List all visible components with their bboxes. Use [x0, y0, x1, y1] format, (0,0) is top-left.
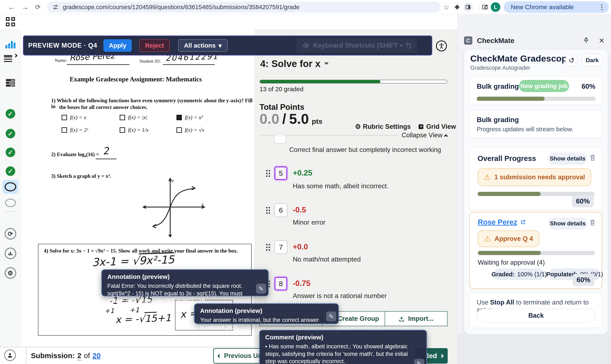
grading-progress-bar	[260, 80, 447, 83]
pencil-icon: ✎	[258, 285, 264, 292]
person-icon	[7, 352, 13, 358]
approve-warning-button[interactable]: ⚠ Approve Q 4	[478, 230, 539, 247]
drag-handle-icon[interactable]	[266, 243, 271, 251]
question-5-selected-item[interactable]	[2, 180, 18, 194]
submission-label: Submission:	[31, 351, 75, 360]
grid-view-button[interactable]: Grid View	[418, 123, 456, 130]
dark-mode-toggle[interactable]: Dark	[581, 54, 603, 67]
show-details-button[interactable]: Show details	[548, 218, 588, 230]
all-actions-dropdown[interactable]: All actions▾	[178, 39, 228, 52]
checkbox-icon[interactable]	[176, 127, 182, 133]
refresh-icon[interactable]: ⟳	[35, 3, 41, 11]
pin-icon[interactable]	[583, 37, 590, 44]
bar-chart-icon	[8, 250, 13, 256]
checkbox-checked-icon[interactable]	[176, 115, 182, 120]
address-bar[interactable]: gradescope.com/courses/1204599/questions…	[47, 2, 440, 13]
rubric-description: Answer is not a rational number	[293, 292, 387, 300]
annotation-preview-1[interactable]: Annotation (preview) Fatal Error: You in…	[101, 269, 269, 296]
keyboard-shortcuts-button[interactable]: Keyboard Shortcuts (SHIFT + ?)	[296, 38, 417, 53]
question-4-complete-icon[interactable]: ✓	[6, 166, 15, 176]
chrome-update-button[interactable]: New Chrome available ⋮	[504, 1, 609, 13]
forward-icon[interactable]: →	[21, 3, 29, 11]
checkmate-logo-icon: C	[464, 36, 472, 45]
browser-menu-icon[interactable]: ⋮	[598, 3, 605, 11]
search-tabs-icon[interactable]	[481, 4, 488, 11]
side-panel-icon	[465, 4, 471, 10]
work-carry-left: +1	[104, 307, 114, 315]
rubric-key-5[interactable]: 5	[274, 166, 287, 180]
annotation-title: Annotation (preview)	[107, 273, 253, 280]
grid-view-icon	[418, 124, 424, 130]
rubric-points: -0.75	[293, 279, 310, 288]
drag-handle-icon[interactable]	[266, 207, 271, 214]
drag-handle-icon[interactable]	[266, 169, 271, 177]
reset-button[interactable]: ↺	[565, 54, 578, 67]
browser-toolbar: ← → ⟳ gradescope.com/courses/1204599/que…	[0, 0, 611, 14]
outline-list-icon[interactable]	[5, 77, 16, 88]
name-label: Name:	[55, 58, 67, 63]
rubric-points: +0.25	[293, 169, 312, 177]
bookmark-star-icon[interactable]: ☆	[443, 3, 449, 11]
annotation-body: Fatal Error: You incorrectly distributed…	[107, 282, 253, 305]
q1-option-2: f(x) = |x|	[120, 114, 147, 121]
student-link[interactable]: Rose Perez	[478, 218, 526, 226]
new-grading-job-button[interactable]: New grading job	[519, 80, 569, 92]
gear-icon: ⚙	[8, 270, 13, 277]
side-panel-button[interactable]	[464, 3, 472, 11]
overall-progress-card: Overall Progress Show details ⚠ 1 submis…	[469, 147, 602, 210]
rubric-key-6[interactable]: 6	[274, 203, 287, 217]
panel-bottom-area	[458, 334, 611, 364]
settings-button[interactable]: ⚙	[5, 267, 16, 279]
edit-annotation-button[interactable]: ✎	[326, 312, 336, 321]
collapse-view-button[interactable]: Collapse View	[401, 131, 447, 139]
q1-option-1: f(x) = x	[62, 114, 86, 121]
reject-button[interactable]: Reject	[139, 39, 170, 52]
chrome-update-label: New Chrome available	[511, 3, 574, 11]
preview-mode-label: PREVIEW MODE · Q4	[28, 42, 97, 49]
back-icon[interactable]: ←	[8, 3, 15, 11]
rubric-settings-button[interactable]: ⚙Rubric Settings	[355, 123, 411, 130]
apps-grid-icon[interactable]	[6, 17, 15, 27]
question-selector[interactable]: 4: Solve for x	[260, 58, 328, 69]
rubric-key-7[interactable]: 7	[274, 240, 287, 254]
student-avatar-button[interactable]	[4, 349, 16, 361]
comment-preview[interactable]: Comment (preview) • Has some math, albei…	[259, 330, 427, 364]
preview-mode-toolbar: PREVIEW MODE · Q4 Apply Reject All actio…	[23, 36, 432, 55]
submission-total-link[interactable]: 20	[93, 351, 101, 360]
expand-menu-button[interactable]	[4, 54, 17, 57]
student-progress-bar	[478, 251, 595, 255]
chevron-up-icon	[444, 134, 448, 138]
show-details-button[interactable]: Show details	[548, 153, 587, 165]
edit-comment-button[interactable]: ✎	[414, 359, 424, 364]
trash-icon[interactable]	[589, 154, 596, 162]
annotation-preview-2[interactable]: Annotation (preview) Your answer is irra…	[194, 303, 339, 324]
back-button[interactable]: Back	[477, 309, 595, 323]
checkbox-icon[interactable]	[62, 115, 67, 120]
gradescope-logo-icon[interactable]	[5, 39, 16, 49]
checkbox-icon[interactable]	[120, 127, 125, 133]
import-button[interactable]: Import...	[385, 311, 448, 326]
extensions-puzzle-icon[interactable]	[454, 4, 460, 10]
apply-button[interactable]: Apply	[103, 39, 132, 52]
accessibility-button[interactable]	[436, 40, 447, 51]
approval-status-text: Waiting for approval (4)	[478, 259, 545, 266]
checkbox-icon[interactable]	[120, 115, 125, 120]
regrade-button[interactable]: ⟳	[5, 228, 16, 240]
checkbox-icon[interactable]	[62, 127, 67, 133]
previous-ungraded-button[interactable]: Previous Un	[213, 348, 266, 364]
rubric-key-8[interactable]: 8	[274, 277, 287, 290]
question-3-complete-icon[interactable]: ✓	[6, 148, 15, 157]
accessibility-person-icon	[438, 42, 445, 50]
question-1-complete-icon[interactable]: ✓	[6, 109, 15, 118]
svg-text:x: x	[201, 202, 204, 207]
q1-option-4: f(x) = 2ˣ	[62, 127, 88, 133]
browser-profile-avatar[interactable]: L	[491, 2, 500, 12]
trash-icon[interactable]	[589, 219, 596, 227]
question-2-complete-icon[interactable]: ✓	[6, 129, 15, 138]
tune-icon[interactable]	[53, 4, 59, 10]
submission-current[interactable]: 2	[77, 351, 81, 361]
statistics-button[interactable]	[5, 247, 16, 259]
question-6-circle-icon[interactable]	[5, 199, 16, 207]
edit-annotation-button[interactable]: ✎	[256, 284, 266, 294]
close-icon[interactable]: ×	[599, 37, 604, 44]
